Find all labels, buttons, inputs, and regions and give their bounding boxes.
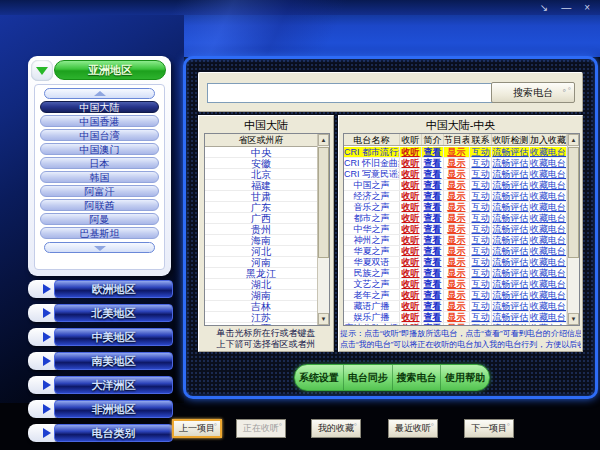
listen-link[interactable]: 收听 bbox=[400, 235, 422, 245]
program-link[interactable]: 显示 bbox=[444, 279, 470, 289]
intro-link[interactable]: 查看 bbox=[422, 268, 444, 278]
stream-check-link[interactable]: 流畅评估 bbox=[492, 224, 530, 234]
station-row[interactable]: 文艺之声收听查看显示互动流畅评估收藏电台 bbox=[344, 279, 567, 290]
favorite-link[interactable]: 收藏电台 bbox=[530, 180, 567, 190]
program-link[interactable]: 显示 bbox=[444, 268, 470, 278]
stream-check-link[interactable]: 流畅评估 bbox=[492, 158, 530, 168]
province-item[interactable]: 黑龙江 bbox=[205, 268, 317, 279]
country-item[interactable]: 中国台湾 bbox=[40, 129, 159, 141]
province-item[interactable]: 河南 bbox=[205, 257, 317, 268]
listen-link[interactable]: 收听 bbox=[400, 169, 422, 179]
contact-link[interactable]: 互动 bbox=[470, 169, 492, 179]
intro-link[interactable]: 查看 bbox=[422, 301, 444, 311]
province-item[interactable]: 贵州 bbox=[205, 224, 317, 235]
search-input[interactable] bbox=[207, 83, 495, 103]
contact-link[interactable]: 互动 bbox=[470, 213, 492, 223]
stream-check-link[interactable]: 流畅评估 bbox=[492, 290, 530, 300]
station-row[interactable]: CRI 写意民谣频收听查看显示互动流畅评估收藏电台 bbox=[344, 169, 567, 180]
listen-link[interactable]: 收听 bbox=[400, 147, 422, 157]
scrollbar-thumb[interactable] bbox=[318, 147, 329, 258]
scroll-up-arrow-icon[interactable]: ▲ bbox=[568, 134, 579, 146]
province-item[interactable]: 吉林 bbox=[205, 301, 317, 312]
stream-check-link[interactable]: 流畅评估 bbox=[492, 301, 530, 311]
intro-link[interactable]: 查看 bbox=[422, 224, 444, 234]
contact-link[interactable]: 互动 bbox=[470, 312, 492, 322]
province-item[interactable]: 广西 bbox=[205, 213, 317, 224]
stream-check-link[interactable]: 流畅评估 bbox=[492, 180, 530, 190]
stream-check-link[interactable]: 流畅评估 bbox=[492, 279, 530, 289]
intro-link[interactable]: 查看 bbox=[422, 257, 444, 267]
program-link[interactable]: 显示 bbox=[444, 290, 470, 300]
stream-check-link[interactable]: 流畅评估 bbox=[492, 323, 530, 325]
province-item[interactable]: 安徽 bbox=[205, 158, 317, 169]
search-station-button[interactable]: 搜索电台 ∘° bbox=[491, 82, 575, 103]
search-station-button[interactable]: 搜索电台 bbox=[393, 365, 442, 390]
country-scroll-up-button[interactable] bbox=[44, 88, 155, 99]
program-link[interactable]: 显示 bbox=[444, 235, 470, 245]
station-row[interactable]: 中华之声收听查看显示互动流畅评估收藏电台 bbox=[344, 224, 567, 235]
intro-link[interactable]: 查看 bbox=[422, 312, 444, 322]
intro-link[interactable]: 查看 bbox=[422, 246, 444, 256]
region-button[interactable]: 大洋洲区 bbox=[28, 376, 173, 394]
system-settings-button[interactable]: 系统设置 bbox=[295, 365, 344, 390]
stream-check-link[interactable]: 流畅评估 bbox=[492, 235, 530, 245]
contact-link[interactable]: 互动 bbox=[470, 224, 492, 234]
stream-check-link[interactable]: 流畅评估 bbox=[492, 246, 530, 256]
country-item[interactable]: 阿富汗 bbox=[40, 185, 159, 197]
listen-link[interactable]: 收听 bbox=[400, 290, 422, 300]
province-item[interactable]: 江西 bbox=[205, 323, 317, 325]
province-item[interactable]: 福建 bbox=[205, 180, 317, 191]
stream-check-link[interactable]: 流畅评估 bbox=[492, 268, 530, 278]
favorite-link[interactable]: 收藏电台 bbox=[530, 290, 567, 300]
intro-link[interactable]: 查看 bbox=[422, 202, 444, 212]
listen-link[interactable]: 收听 bbox=[400, 246, 422, 256]
contact-link[interactable]: 互动 bbox=[470, 202, 492, 212]
program-link[interactable]: 显示 bbox=[444, 213, 470, 223]
favorite-link[interactable]: 收藏电台 bbox=[530, 257, 567, 267]
favorite-link[interactable]: 收藏电台 bbox=[530, 224, 567, 234]
favorite-link[interactable]: 收藏电台 bbox=[530, 213, 567, 223]
intro-link[interactable]: 查看 bbox=[422, 158, 444, 168]
intro-link[interactable]: 查看 bbox=[422, 191, 444, 201]
station-row[interactable]: 音乐之声收听查看显示互动流畅评估收藏电台 bbox=[344, 202, 567, 213]
listen-link[interactable]: 收听 bbox=[400, 268, 422, 278]
intro-link[interactable]: 查看 bbox=[422, 169, 444, 179]
contact-link[interactable]: 互动 bbox=[470, 180, 492, 190]
station-row[interactable]: 中国之声收听查看显示互动流畅评估收藏电台 bbox=[344, 180, 567, 191]
program-link[interactable]: 显示 bbox=[444, 224, 470, 234]
intro-link[interactable]: 查看 bbox=[422, 235, 444, 245]
province-item[interactable]: 江苏 bbox=[205, 312, 317, 323]
stream-check-link[interactable]: 流畅评估 bbox=[492, 191, 530, 201]
country-scroll-down-button[interactable] bbox=[44, 242, 155, 253]
program-link[interactable]: 显示 bbox=[444, 257, 470, 267]
province-item[interactable]: 广东 bbox=[205, 202, 317, 213]
station-row[interactable]: 高速公路广播收听查看显示互动流畅评估收藏电台 bbox=[344, 323, 567, 325]
country-item[interactable]: 韩国 bbox=[40, 171, 159, 183]
listen-link[interactable]: 收听 bbox=[400, 323, 422, 325]
province-item[interactable]: 中央 bbox=[205, 147, 317, 158]
collapse-region-button[interactable] bbox=[31, 60, 53, 81]
favorite-link[interactable]: 收藏电台 bbox=[530, 279, 567, 289]
listen-link[interactable]: 收听 bbox=[400, 202, 422, 212]
listen-link[interactable]: 收听 bbox=[400, 158, 422, 168]
station-row[interactable]: CRI 怀旧金曲频收听查看显示互动流畅评估收藏电台 bbox=[344, 158, 567, 169]
scroll-down-arrow-icon[interactable]: ▼ bbox=[568, 313, 579, 325]
stream-check-link[interactable]: 流畅评估 bbox=[492, 147, 530, 157]
country-item[interactable]: 阿联酋 bbox=[40, 199, 159, 211]
favorite-link[interactable]: 收藏电台 bbox=[530, 312, 567, 322]
contact-link[interactable]: 互动 bbox=[470, 323, 492, 325]
contact-link[interactable]: 互动 bbox=[470, 279, 492, 289]
contact-link[interactable]: 互动 bbox=[470, 158, 492, 168]
country-item[interactable]: 日本 bbox=[40, 157, 159, 169]
listen-link[interactable]: 收听 bbox=[400, 191, 422, 201]
next-item-button[interactable]: 下一项目∘° bbox=[464, 419, 514, 438]
program-link[interactable]: 显示 bbox=[444, 147, 470, 157]
program-link[interactable]: 显示 bbox=[444, 180, 470, 190]
province-item[interactable]: 湖南 bbox=[205, 290, 317, 301]
region-button[interactable]: 电台类别 bbox=[28, 424, 173, 442]
program-link[interactable]: 显示 bbox=[444, 246, 470, 256]
province-item[interactable]: 北京 bbox=[205, 169, 317, 180]
stream-check-link[interactable]: 流畅评估 bbox=[492, 257, 530, 267]
region-button[interactable]: 北美地区 bbox=[28, 304, 173, 322]
listen-link[interactable]: 收听 bbox=[400, 279, 422, 289]
